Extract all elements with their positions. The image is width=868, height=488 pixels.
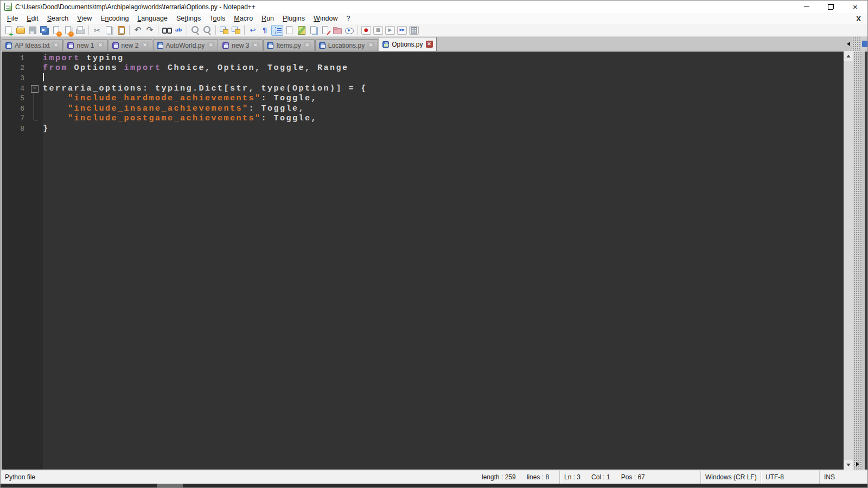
status-text: Pos : 67 [621, 473, 645, 481]
menu-search[interactable]: Search [43, 14, 73, 23]
vertical-scrollbar[interactable] [844, 52, 853, 470]
close-button[interactable]: × [843, 1, 867, 13]
title-bar: C:\Users\Dood\Documents\tmp\Archipelago\… [1, 1, 867, 13]
paste-icon[interactable] [116, 24, 126, 36]
code-line: 6 "include_insane_achievements": Toggle, [2, 104, 844, 114]
arrow-down-icon [846, 464, 851, 466]
macro-save-icon[interactable] [409, 26, 419, 35]
close-file-icon[interactable] [51, 24, 62, 36]
tab-scroll-left-button[interactable] [845, 37, 852, 51]
monitoring-icon[interactable] [320, 24, 331, 36]
folder-as-workspace-icon[interactable] [332, 24, 343, 36]
scroll-down-button[interactable] [844, 460, 853, 470]
menu-plugins[interactable]: Plugins [278, 14, 309, 23]
tab-label: Items.py [276, 42, 301, 49]
restore-icon [828, 4, 834, 10]
sync-horizontal-scroll-icon[interactable] [231, 24, 241, 36]
copy-icon[interactable] [104, 24, 114, 36]
view-eye-icon[interactable] [344, 24, 355, 36]
arrow-left-icon [847, 42, 850, 46]
splitter-grip[interactable] [852, 37, 861, 51]
undo-icon[interactable]: ↶ [132, 24, 143, 36]
tab-new-2[interactable]: new 2✕ [108, 39, 152, 51]
menu-settings[interactable]: Settings [172, 14, 205, 23]
token-df: typing [80, 54, 124, 63]
tab-close-icon[interactable]: ✕ [304, 42, 311, 49]
menu-items: FileEditSearchViewEncodingLanguageSettin… [3, 15, 355, 22]
tab-items-py[interactable]: Items.py✕ [263, 39, 314, 51]
show-indent-guide-icon[interactable] [271, 25, 283, 36]
view-splitter[interactable] [853, 52, 862, 470]
menu-help[interactable]: ? [342, 14, 355, 23]
sync-vertical-scroll-icon[interactable] [219, 24, 229, 36]
tab-locations-py[interactable]: Locations.py✕ [315, 39, 378, 51]
document-map-icon[interactable] [296, 24, 307, 36]
toolbar-separator [244, 25, 245, 35]
replace-icon[interactable]: ab [173, 24, 184, 36]
tab-close-icon[interactable]: ✕ [252, 42, 259, 49]
zoom-in-icon[interactable]: + [190, 24, 201, 36]
tab-close-icon[interactable]: ✕ [97, 42, 104, 49]
word-wrap-icon[interactable]: ↩ [247, 24, 258, 36]
redo-icon[interactable]: ↷ [144, 24, 155, 36]
tab-options-py[interactable]: Options.py✕ [379, 37, 436, 51]
close-all-icon[interactable] [63, 24, 74, 36]
fold-margin-box[interactable] [29, 84, 43, 94]
print-icon[interactable] [75, 24, 86, 36]
tab-label: AutoWorld.py [166, 42, 205, 49]
code-line: 7 "include_postgame_achievements": Toggl… [2, 114, 844, 124]
notepadpp-window: C:\Users\Dood\Documents\tmp\Archipelago\… [0, 0, 868, 488]
minimize-button[interactable] [794, 1, 819, 13]
status-cursor-position: Ln : 3Col : 1Pos : 67 [559, 471, 700, 484]
restore-button[interactable] [819, 1, 843, 13]
code-editor[interactable]: 1import typing2from Options import Choic… [2, 52, 844, 470]
tab-close-icon[interactable]: ✕ [52, 42, 59, 49]
code-line: 1import typing [2, 53, 844, 63]
tab-close-icon[interactable]: ✕ [142, 42, 149, 49]
fold-margin [29, 73, 43, 84]
menu-macro[interactable]: Macro [229, 14, 257, 23]
code-text: "include_insane_achievements": Toggle, [43, 104, 844, 113]
main-area: 1import typing2from Options import Choic… [1, 51, 867, 470]
menu-close-document-button[interactable]: X [850, 15, 867, 23]
tab-close-icon[interactable]: ✕ [426, 41, 433, 48]
status-text: UTF-8 [765, 473, 784, 481]
menu-language[interactable]: Language [133, 14, 172, 23]
open-file-icon[interactable] [15, 24, 26, 36]
menu-window[interactable]: Window [309, 14, 342, 23]
new-file-icon[interactable] [3, 24, 14, 36]
show-all-characters-icon[interactable]: ¶ [259, 24, 270, 36]
zoom-out-icon[interactable]: − [202, 24, 213, 36]
macro-run-multiple-icon[interactable]: ▶▶ [397, 26, 407, 35]
token-st: "include_insane_achievements" [68, 104, 249, 113]
toolbar: ✂↶↷ab+−↩¶ƒ●■▶▶▶ [1, 24, 867, 37]
line-number: 2 [2, 64, 29, 72]
menu-run[interactable]: Run [257, 14, 278, 23]
macro-stop-icon[interactable]: ■ [373, 26, 383, 35]
cut-icon[interactable]: ✂ [92, 24, 103, 36]
menu-view[interactable]: View [73, 14, 96, 23]
find-icon[interactable] [161, 24, 172, 36]
save-file-icon[interactable] [27, 24, 38, 36]
macro-play-icon[interactable]: ▶ [385, 26, 395, 35]
macro-record-icon[interactable]: ● [361, 26, 371, 35]
tab-autoworld-py[interactable]: AutoWorld.py✕ [153, 39, 219, 51]
scroll-up-button[interactable] [844, 52, 853, 61]
tab-close-icon[interactable]: ✕ [207, 42, 214, 49]
status-text: length : 259 [482, 473, 516, 481]
function-list-icon[interactable]: ƒ [284, 24, 295, 36]
code-text: terraria_options: typing.Dict[str, type(… [43, 84, 844, 93]
menu-encoding[interactable]: Encoding [96, 14, 133, 23]
save-all-icon[interactable] [39, 24, 50, 36]
tab-new-1[interactable]: new 1✕ [63, 39, 107, 51]
token-df: } [43, 124, 49, 133]
tab-ap-ideas-txt[interactable]: AP Ideas.txt✕ [2, 39, 63, 51]
menu-tools[interactable]: Tools [205, 14, 229, 23]
tab-new-3[interactable]: new 3✕ [219, 39, 263, 51]
menu-edit[interactable]: Edit [22, 14, 43, 23]
tab-label: Options.py [392, 41, 423, 48]
tab-close-icon[interactable]: ✕ [367, 42, 374, 49]
menu-file[interactable]: File [3, 14, 22, 23]
status-eol-format: Windows (CR LF) [700, 471, 761, 484]
document-switcher-icon[interactable] [308, 24, 319, 36]
